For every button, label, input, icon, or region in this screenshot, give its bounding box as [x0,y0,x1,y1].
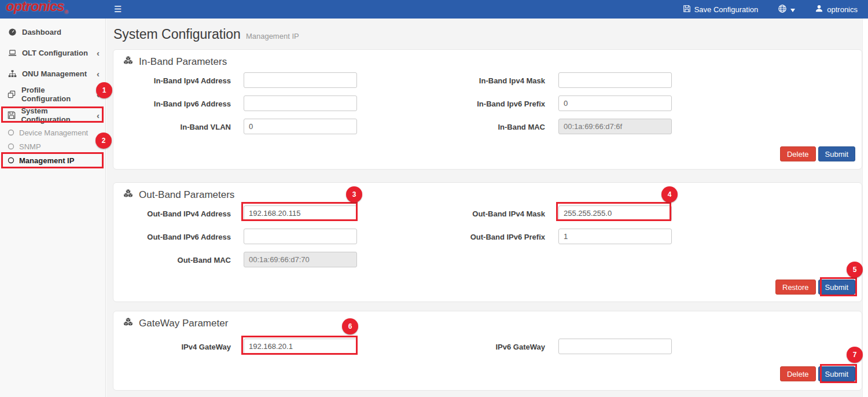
chevron-left-icon: ‹ [97,90,100,99]
user-icon [815,4,823,14]
panel-gateway-parameter: GateWay Parameter IPv4 GateWay IPv6 Gate… [113,311,862,391]
field-label: IPv4 GateWay [113,342,231,351]
sidebar-subitem-device-management[interactable]: Device Management [0,126,105,139]
clone-icon [8,90,16,98]
logo-text: optronics® [6,0,68,21]
panel-title: Out-Band Parameters [139,189,234,201]
panel-title: GateWay Parameter [139,318,228,329]
floppy-icon [8,111,16,119]
panel-out-band-parameters: Out-Band Parameters Out-Band IPv4 Addres… [113,182,862,302]
sidebar-subitem-label: Device Management [19,128,88,137]
field-label: IPv6 GateWay [461,342,545,351]
page-header: System Configuration Management IP [113,27,299,42]
logo[interactable]: optronics® [0,0,106,19]
gateway-submit-button[interactable]: Submit [818,366,855,381]
field-label: In-Band Ipv6 Prefix [461,99,545,108]
sidebar-subitem-label: Management IP [19,156,74,165]
registered-mark: ® [64,9,68,15]
circle-icon [8,143,14,150]
field-label: In-Band MAC [461,122,545,131]
in-band-ipv6-prefix-input[interactable] [558,95,672,111]
sidebar-subitem-management-ip[interactable]: Management IP [0,153,105,167]
sitemap-icon [8,69,17,78]
cubes-icon [123,189,134,201]
page-title: System Configuration [113,27,241,42]
cubes-icon [123,56,134,68]
sidebar-item-onu-management[interactable]: ONU Management ‹ [0,63,105,84]
out-band-submit-button[interactable]: Submit [818,280,855,295]
ipv6-gateway-input[interactable] [558,339,672,354]
in-band-submit-button[interactable]: Submit [818,146,855,161]
field-label: Out-Band MAC [113,255,231,264]
sidebar-item-label: System Configuration [21,106,91,124]
save-configuration-button[interactable]: Save Configuration [683,5,759,14]
out-band-ipv6-address-input[interactable] [244,229,357,244]
out-band-ipv4-mask-input[interactable] [558,205,672,221]
cubes-icon [123,317,134,330]
scrollbar-track[interactable] [862,19,868,397]
field-label: Out-Band IPv6 Prefix [461,232,545,241]
sidebar-item-profile-configuration[interactable]: Profile Configuration ‹ [0,84,105,105]
ipv4-gateway-input[interactable] [244,339,357,354]
sidebar-subitem-snmp[interactable]: SNMP [0,139,105,153]
field-label: Out-Band IPv6 Address [113,232,231,241]
sidebar-item-label: OLT Configuration [22,49,88,57]
language-selector[interactable] [778,4,795,15]
chevron-left-icon: ‹ [97,49,100,57]
field-label: In-Band VLAN [113,122,231,131]
panel-in-band-parameters: In-Band Parameters In-Band Ipv4 Address … [113,49,862,170]
sidebar-item-label: Profile Configuration [21,86,91,103]
out-band-mac-input [244,252,357,267]
field-label: Out-Band IPv4 Address [113,209,231,218]
out-band-restore-button[interactable]: Restore [775,280,816,295]
in-band-mac-input [558,119,672,134]
laptop-icon [8,49,17,57]
in-band-ipv4-mask-input[interactable] [558,72,672,88]
sidebar-item-system-configuration[interactable]: System Configuration ‹ [0,105,105,126]
panel-title: In-Band Parameters [139,56,227,68]
field-label: In-Band Ipv4 Mask [461,76,545,84]
in-band-delete-button[interactable]: Delete [780,146,816,161]
user-menu[interactable]: optronics [815,4,858,14]
page-subtitle: Management IP [246,32,299,41]
field-label: In-Band Ipv6 Address [113,99,231,108]
sidebar-item-olt-configuration[interactable]: OLT Configuration ‹ [0,42,105,63]
save-configuration-label: Save Configuration [694,5,759,14]
gateway-delete-button[interactable]: Delete [780,366,816,381]
top-navbar: optronics® ☰ Save Configuration optronic… [0,0,868,19]
globe-icon [778,4,787,15]
in-band-ipv4-address-input[interactable] [244,72,357,88]
chevron-left-icon: ‹ [97,111,100,120]
floppy-icon [683,5,691,14]
sidebar-subitem-label: SNMP [19,142,41,151]
sidebar-item-dashboard[interactable]: Dashboard [0,21,105,42]
hamburger-menu-icon[interactable]: ☰ [106,0,130,19]
dashboard-icon [8,28,17,36]
field-label: Out-Band IPv4 Mask [461,209,545,218]
sidebar-item-label: Dashboard [22,28,61,36]
circle-icon [8,129,14,136]
out-band-ipv6-prefix-input[interactable] [558,229,672,244]
in-band-ipv6-address-input[interactable] [244,95,357,111]
in-band-vlan-input[interactable] [244,119,357,134]
out-band-ipv4-address-input[interactable] [244,205,357,221]
username-label: optronics [827,5,858,14]
circle-icon [8,157,14,164]
caret-down-icon [790,5,795,14]
chevron-left-icon: ‹ [97,69,100,78]
field-label: In-Band Ipv4 Address [113,76,231,84]
sidebar: Dashboard OLT Configuration ‹ ONU Manage… [0,19,106,397]
sidebar-item-label: ONU Management [22,69,87,78]
